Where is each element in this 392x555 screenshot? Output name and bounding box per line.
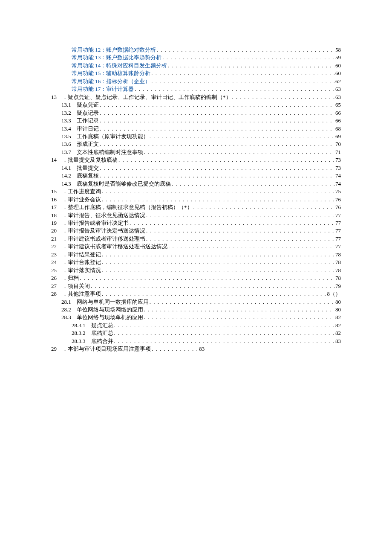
toc-entry[interactable]: 常用功能 16：指标分析（企业）. . . . . . . . . . . . … (51, 78, 341, 85)
toc-leader-dots: . . . . . . . . . . . . . . . . . . . . … (102, 196, 334, 203)
toc-entry[interactable]: 常用功能 15：辅助核算账龄分析. . . . . . . . . . . . … (51, 70, 341, 77)
toc-entry-page: 74 (335, 180, 341, 188)
toc-entry: 25 ．审计落实情况. . . . . . . . . . . . . . . … (51, 267, 341, 274)
toc-entry: 14 ．批量提交及复核底稿. . . . . . . . . . . . . .… (51, 156, 341, 164)
toc-entry-page: 60 (335, 70, 341, 77)
toc-entry-page: 80 (335, 306, 341, 314)
toc-entry-page: 70 (335, 140, 341, 148)
toc-entry-label: 常用功能 12：账户数据绝对数分析 (72, 46, 156, 54)
toc-entry: 16 ．审计业务会议. . . . . . . . . . . . . . . … (51, 196, 341, 203)
toc-entry-label: 14.3 底稿复核时是否能够修改已提交的底稿 (61, 180, 171, 188)
toc-leader-dots: . . . . . . . . . . . . . . . . . . . . … (232, 93, 335, 101)
toc-entry: 15 ．工作进度查询. . . . . . . . . . . . . . . … (51, 188, 341, 195)
toc-leader-dots: . . . . . . . . . . . . . . . . . . . . … (168, 243, 334, 250)
toc-entry-label: 24 ．审计台账登记 (51, 259, 101, 266)
toc-leader-dots: . . . . . . . . . . . . . . . . . . . . … (193, 203, 335, 211)
toc-entry-page: 83 (335, 337, 341, 345)
toc-entry-page: 78 (335, 267, 341, 274)
toc-entry-label: 常用功能 16：指标分析（企业） (72, 78, 150, 85)
toc-leader-dots: . . . . . . . . . . . . . . . . . . . . … (102, 259, 334, 266)
toc-entry: 22 ．审计建议书或者审计移送处理书送达情况. . . . . . . . . … (51, 243, 341, 250)
toc-leader-dots: . . . . . . . . . . . . . . . . . . . . … (91, 282, 334, 290)
toc-entry-page: 79 (335, 282, 341, 290)
toc-leader-dots: . . . . . . . . . . . . . . . . . . . . … (172, 180, 334, 188)
toc-entry-page: 76 (335, 196, 341, 203)
toc-leader-dots: . . . . . . . . . . . . . . . . . . . . … (100, 117, 334, 125)
toc-entry-label: 13.2 疑点记录 (61, 109, 99, 117)
toc-entry-page: 60 (335, 62, 341, 70)
toc-entry-label: 28.3.1 疑点汇总 (72, 322, 113, 329)
toc-entry-label: 13.5 工作底稿（原审计发现功能） (61, 133, 149, 140)
toc-leader-dots: . . . . . . . . . . . . . . . . . . . . … (100, 125, 334, 133)
toc-entry[interactable]: 常用功能 13：账户数据比率趋势分析. . . . . . . . . . . … (51, 54, 341, 61)
toc-entry: 28.3.2 底稿汇总. . . . . . . . . . . . . . .… (51, 329, 341, 337)
toc-entry: 13.1 疑点凭证. . . . . . . . . . . . . . . .… (51, 101, 341, 109)
toc-entry: 13.6 形成正文. . . . . . . . . . . . . . . .… (51, 140, 341, 148)
toc-leader-dots: . . . . . . . . . . . . . . . . . . . . … (135, 85, 334, 93)
toc-entry-label: 13.6 形成正文 (61, 140, 99, 148)
toc-entry-page: 73 (335, 156, 341, 164)
toc-entry: 27 ．项目关闭. . . . . . . . . . . . . . . . … (51, 282, 341, 290)
toc-entry: 18 ．审计报告、征求意见函送达情况. . . . . . . . . . . … (51, 212, 341, 219)
toc-entry-page: 69 (335, 133, 341, 140)
toc-leader-dots: . . . . . . . . . . . . . . . . . . . . … (130, 219, 334, 227)
toc-entry-label: 28.1 网络与单机同一数据库的应用 (61, 298, 149, 306)
toc-leader-dots: . . . . . . . . . . . . . . . . . . . . … (146, 227, 334, 235)
toc-entry-label: 20 ．审计报告及审计决定书送达情况 (51, 227, 145, 235)
toc-entry: 28.2 单位网络与现场网络的应用. . . . . . . . . . . .… (51, 306, 341, 314)
toc-entry: 20 ．审计报告及审计决定书送达情况. . . . . . . . . . . … (51, 227, 341, 235)
toc-leader-dots: . . . . . . . . . . . . . . . . . . . . … (144, 314, 334, 321)
toc-entry: 28 ．其他注意事项. . . . . . . . . . . . . . . … (51, 290, 341, 298)
toc-entry[interactable]: 常用功能 12：账户数据绝对数分析. . . . . . . . . . . .… (51, 46, 341, 54)
toc-leader-dots: . . . . . . . . . . . . . . . . . . . . … (114, 329, 335, 337)
toc-entry: 13.7 文本性底稿编制时注意事项. . . . . . . . . . . .… (51, 148, 341, 156)
toc-entry: 17 ．整理工作底稿，编制征求意见稿（报告初稿）（*）. . . . . . .… (51, 203, 341, 211)
toc-leader-dots: . . . . . . . . . . . . . . . . . . . . … (157, 46, 334, 54)
toc-entry-label: 13.1 疑点凭证 (61, 101, 99, 109)
toc-leader-dots: . . . . . . . . . . . . . . . . . . . . … (162, 54, 334, 61)
toc-entry-page: 77 (335, 212, 341, 219)
toc-entry-page: 75 (335, 188, 341, 195)
toc-entry: 13.4 审计日记. . . . . . . . . . . . . . . .… (51, 125, 341, 133)
toc-entry: 28.3 单位网络与现场单机的应用. . . . . . . . . . . .… (51, 314, 341, 321)
toc-entry-page: 74 (335, 172, 341, 180)
toc-entry-page: 78 (335, 259, 341, 266)
toc-entry-label: 28.2 单位网络与现场网络的应用 (61, 306, 143, 314)
toc-entry-label: 17 ．整理工作底稿，编制征求意见稿（报告初稿）（*） (51, 203, 193, 211)
toc-entry[interactable]: 常用功能 17：审计计算器. . . . . . . . . . . . . .… (51, 85, 341, 93)
toc-leader-dots: . . . . . . . . . . . . (152, 345, 198, 353)
toc-entry-page: 58 (335, 46, 341, 54)
toc-entry-label: 常用功能 15：辅助核算账龄分析 (72, 70, 150, 77)
toc-entry-page: 71 (335, 148, 341, 156)
toc-entry-page: 83 (199, 345, 205, 353)
toc-entry-page: 78 (335, 274, 341, 282)
toc-entry: 13.3 工作记录. . . . . . . . . . . . . . . .… (51, 117, 341, 125)
toc-leader-dots: . . . . . . . . . . . . . . . . . . . . … (144, 148, 334, 156)
toc-entry-page: 66 (335, 109, 341, 117)
toc-leader-dots: . . . . . . . . . . . . . . . . . . . . … (150, 298, 334, 306)
toc-entry-page: 77 (335, 227, 341, 235)
toc-entry[interactable]: 常用功能 14：特殊对应科目发生额分析. . . . . . . . . . .… (51, 62, 341, 70)
toc-entry-label: 14 ．批量提交及复核底稿 (51, 156, 118, 164)
toc-entry-page: 78 (335, 251, 341, 259)
toc-leader-dots: . . . . . . . . . . . . . . . . . . . . … (102, 188, 334, 195)
toc-entry-label: 13.7 文本性底稿编制时注意事项 (61, 148, 143, 156)
toc-entry: 28.3.3 底稿合并. . . . . . . . . . . . . . .… (51, 337, 341, 345)
toc-entry-label: 25 ．审计落实情况 (51, 267, 101, 274)
toc-entry-label: 28.3.2 底稿汇总 (72, 329, 113, 337)
toc-leader-dots: . . . . . . . . . . . . . . . . . . . . … (144, 306, 334, 314)
toc-entry: 14.1 批量提交. . . . . . . . . . . . . . . .… (51, 164, 341, 172)
toc-leader-dots: . . . . . . . . . . . . . . . . . . . . … (168, 62, 334, 70)
toc-entry-label: 29 ．本部与审计项目现场应用注意事项 (51, 345, 151, 353)
toc-entry-page: 80 (335, 298, 341, 306)
toc-entry-page: 77 (335, 219, 341, 227)
toc-entry-label: 23 ．审计结果登记 (51, 251, 101, 259)
toc-entry-label: 常用功能 13：账户数据比率趋势分析 (72, 54, 161, 61)
toc-leader-dots: . . . . . . . . . . . . . . . . . . . . … (100, 140, 334, 148)
toc-entry: 24 ．审计台账登记. . . . . . . . . . . . . . . … (51, 259, 341, 266)
toc-entry-page: 73 (335, 164, 341, 172)
toc-leader-dots: . . . . . . . . . . . . . . . . . . . . … (118, 156, 334, 164)
toc-leader-dots: . . . . . . . . . . . . . . . . . . . . … (102, 290, 326, 298)
toc-entry: 28.1 网络与单机同一数据库的应用. . . . . . . . . . . … (51, 298, 341, 306)
toc-entry-page: 68 (335, 125, 341, 133)
